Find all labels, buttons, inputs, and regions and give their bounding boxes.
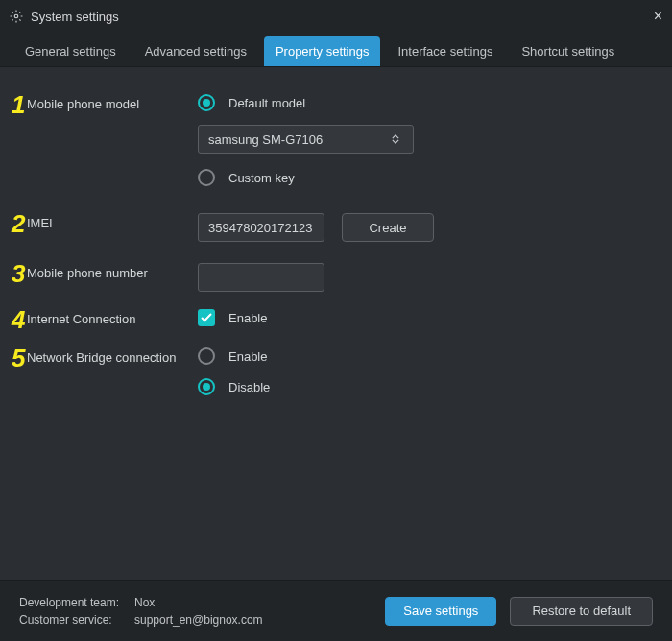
internet-enable-checkbox[interactable] (198, 309, 215, 326)
tabs-bar: General settings Advanced settings Prope… (0, 33, 672, 67)
step-number-5: 5 (12, 347, 25, 368)
restore-button[interactable]: Restore to default (510, 597, 653, 626)
label-internet: Internet Connection (27, 309, 198, 326)
radio-custom-key[interactable] (198, 169, 215, 186)
tab-general[interactable]: General settings (13, 36, 128, 66)
radio-default-model-label: Default model (228, 96, 305, 110)
step-number-4: 4 (12, 309, 25, 330)
svg-point-0 (14, 14, 18, 18)
internet-enable-label: Enable (228, 311, 267, 325)
dev-team-value: Nox (134, 594, 155, 611)
tab-advanced[interactable]: Advanced settings (133, 36, 258, 66)
step-number-1: 1 (12, 94, 25, 115)
gear-icon (10, 10, 23, 23)
step-number-3: 3 (12, 263, 25, 284)
phone-model-select[interactable]: samsung SM-G7106 (198, 125, 414, 154)
support-key: Customer service: (19, 611, 134, 629)
label-phone-number: Mobile phone number (27, 263, 198, 280)
label-phone-model: Mobile phone model (27, 94, 198, 111)
phone-number-input[interactable] (198, 263, 324, 292)
radio-bridge-enable-label: Enable (228, 349, 267, 364)
phone-model-select-value: samsung SM-G7106 (208, 132, 388, 147)
window-title: System settings (31, 10, 634, 24)
tab-shortcut[interactable]: Shortcut settings (510, 36, 626, 66)
radio-bridge-enable[interactable] (198, 347, 215, 365)
tab-property[interactable]: Property settings (264, 36, 381, 66)
step-number-2: 2 (12, 213, 25, 234)
support-value: support_en@bignox.com (134, 611, 263, 629)
imei-input[interactable] (198, 213, 324, 242)
label-bridge: Network Bridge connection (27, 347, 198, 365)
save-button[interactable]: Save settings (385, 597, 496, 626)
radio-bridge-disable-label: Disable (228, 380, 270, 394)
label-imei: IMEI (27, 213, 198, 230)
select-spinner-icon (388, 131, 403, 147)
footer-info: Development team: Nox Customer service: … (19, 594, 385, 629)
create-button[interactable]: Create (342, 213, 434, 242)
dev-team-key: Development team: (19, 594, 134, 611)
radio-bridge-disable[interactable] (198, 378, 215, 395)
radio-custom-key-label: Custom key (228, 171, 295, 185)
tab-interface[interactable]: Interface settings (386, 36, 504, 66)
radio-default-model[interactable] (198, 94, 215, 111)
close-icon[interactable]: × (634, 8, 662, 25)
